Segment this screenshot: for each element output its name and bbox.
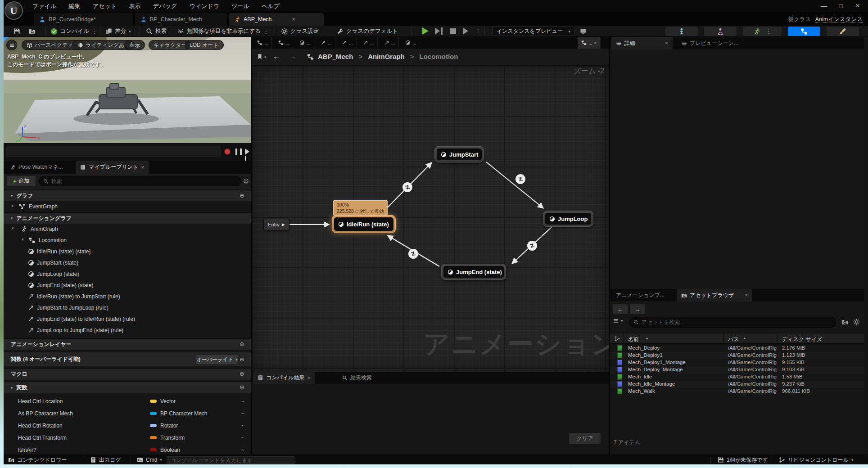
asset-search-input[interactable] xyxy=(642,319,832,325)
graph-doc-tab-4[interactable]: ... xyxy=(317,37,335,49)
console-command-field[interactable] xyxy=(167,456,295,464)
entry-output-pin-icon[interactable]: ▶ xyxy=(282,222,285,227)
graph-doc-tab-8[interactable]: ... xyxy=(402,37,420,49)
tree-item-state-jumploop[interactable]: JumpLoop (state) xyxy=(4,269,251,280)
menu-asset[interactable]: アセット xyxy=(87,0,122,13)
state-machine-graph-canvas[interactable]: ズーム -2 アニメーション Entry ▶ 100% 225.528 に対して… xyxy=(252,66,609,372)
tab-bp-character-mech[interactable]: BP_Character_Mech xyxy=(135,13,227,26)
persona-blueprint-button-active[interactable] xyxy=(788,27,820,36)
add-variable-icon[interactable]: ⊕ xyxy=(240,384,244,391)
hide-unrelated-options-icon[interactable]: ⋮ xyxy=(263,28,269,35)
variable-row-asbpcharactermech[interactable]: As BP Character Mech BP Character Mech ~ xyxy=(4,407,251,419)
output-log-button[interactable]: 出力ログ xyxy=(90,455,121,465)
graph-doc-tab-2[interactable]: ... xyxy=(275,37,293,49)
nav-forward-icon[interactable]: → xyxy=(289,52,297,61)
variable-row-headctrlrotation[interactable]: Head Ctrl Rotation Rotator ~ xyxy=(4,419,251,432)
add-function-icon[interactable]: ⊕ xyxy=(240,356,244,363)
persona-mesh-button[interactable] xyxy=(704,27,737,36)
tab-my-blueprint[interactable]: マイブループリント × xyxy=(76,161,149,174)
graph-doc-tab-5[interactable]: ... xyxy=(338,37,357,49)
breadcrumb-abp-mech[interactable]: ABP_Mech xyxy=(318,53,353,60)
state-node-jumpend[interactable]: JumpEnd (state) xyxy=(441,264,506,280)
variable-row-headctrllocation[interactable]: Head Ctrl Location Vector ~ xyxy=(4,395,251,407)
tab-abp-mech[interactable]: ABP_Mech × xyxy=(229,13,324,26)
tab-compile-results[interactable]: コンパイル結果 × xyxy=(253,372,315,384)
viewport-show-button[interactable]: 表示 xyxy=(124,40,145,50)
viewport-menu-button[interactable] xyxy=(6,40,17,50)
expand-arrow-icon[interactable]: ▸ xyxy=(12,203,14,208)
tree-item-state-jumpstart[interactable]: JumpStart (state) xyxy=(4,257,251,269)
entry-node[interactable]: Entry ▶ xyxy=(263,219,289,230)
filter-button[interactable]: ▾ xyxy=(613,318,623,324)
graph-doc-tab-active-locomotion[interactable]: ... × xyxy=(578,37,601,49)
menu-window[interactable]: ウィンドウ xyxy=(184,0,225,13)
nav-back-icon[interactable]: ← xyxy=(273,52,280,61)
asset-row[interactable]: Mech_Walk /All/Game/ControlRig 966.011 K… xyxy=(610,388,864,395)
section-functions[interactable]: 関数 (4 オーバーライド可能) オーバーライド ▾ ⊕ xyxy=(4,352,251,366)
tab-asset-browser[interactable]: アセットブラウザ × xyxy=(677,289,752,302)
asset-type-column-icon[interactable] xyxy=(615,336,620,342)
preview-instance-dropdown[interactable]: インスタンスをプレビュー ▾ xyxy=(493,27,574,36)
bookmark-dropdown-icon[interactable]: ▾ xyxy=(264,55,267,59)
menu-file[interactable]: ファイル xyxy=(27,0,62,13)
tab-bp-curvedbridge[interactable]: BP_CurvedBridge* xyxy=(34,13,134,26)
browser-settings-gear-icon[interactable] xyxy=(853,319,860,325)
compile-button[interactable]: コンパイル ⋮ xyxy=(50,27,97,35)
column-name[interactable]: 名前 xyxy=(628,336,639,343)
browser-forward-button[interactable]: → xyxy=(630,304,645,314)
animation-options-icon[interactable]: ⋮ xyxy=(766,28,771,35)
add-button[interactable]: + 追加 xyxy=(7,176,36,186)
tab-animation-preview[interactable]: アニメーションプ... xyxy=(611,289,669,302)
graph-doc-tab-1[interactable]: ... xyxy=(253,37,272,49)
tree-item-locomotion[interactable]: ▾ Locomotion xyxy=(4,235,251,246)
class-settings-button[interactable]: クラス設定 xyxy=(281,27,319,35)
frame-skip-button[interactable] xyxy=(463,27,468,35)
asset-row[interactable]: Mech_Deploy1 /All/Game/ControlRig 1.123 … xyxy=(610,352,864,359)
debug-object-icon[interactable] xyxy=(580,28,587,35)
section-animation-graphs[interactable]: ▾ アニメーショングラフ xyxy=(4,212,251,224)
tree-item-state-jumpend[interactable]: JumpEnd (state) (state) xyxy=(4,280,251,291)
tree-item-animgraph[interactable]: ▾ AnimGraph xyxy=(4,224,251,235)
settings-gear-icon[interactable] xyxy=(243,178,249,184)
section-animation-layers[interactable]: アニメーションレイヤー ⊕ xyxy=(4,338,251,350)
menu-help[interactable]: ヘルプ xyxy=(256,0,285,13)
graph-doc-tab-6[interactable]: ... xyxy=(359,37,378,49)
graph-doc-tab-3[interactable]: ... xyxy=(296,37,314,49)
persona-skeleton-button[interactable] xyxy=(665,27,698,36)
state-node-jumploop[interactable]: JumpLoop xyxy=(543,211,593,227)
revision-control-button[interactable]: リビジョンコントロール ▾ xyxy=(779,455,853,465)
tree-item-rule-jumploop-to-jumpend[interactable]: JumpLoop to JumpEnd (state) (rule) xyxy=(4,325,251,336)
override-dropdown[interactable]: オーバーライド ▾ xyxy=(196,355,238,364)
tree-item-state-idlerun[interactable]: Idle/Run (state) (state) xyxy=(4,246,251,257)
tab-preview-scene[interactable]: プレビューシーン... xyxy=(677,37,743,50)
add-layer-icon[interactable]: ⊕ xyxy=(240,341,244,347)
asset-row[interactable]: Mech_Idle /All/Game/ControlRig 1.58 MiB xyxy=(610,374,864,381)
tab-find-results[interactable]: 結果検索 xyxy=(338,372,376,384)
section-macros[interactable]: マクロ ⊕ xyxy=(4,368,251,380)
asset-row[interactable]: Mech_Deploy1_Montage /All/Game/ControlRi… xyxy=(610,359,864,366)
section-variables[interactable]: ▾ 変数 ⊕ xyxy=(4,382,251,393)
section-graphs[interactable]: ▾ グラフ ⊕ xyxy=(4,190,251,201)
variable-row-isinair[interactable]: IsInAir? Boolean ~ xyxy=(4,444,251,454)
variable-watch-icon[interactable]: ~ xyxy=(241,423,244,429)
clear-button[interactable]: クリア xyxy=(569,433,601,444)
menu-view[interactable]: 表示 xyxy=(123,0,146,13)
play-options-icon[interactable]: ⋮ xyxy=(475,28,481,34)
maximize-button[interactable]: □ xyxy=(833,2,849,9)
myblueprint-search[interactable] xyxy=(39,176,241,186)
close-tab-icon[interactable]: × xyxy=(665,40,668,46)
cmd-dropdown[interactable]: Cmd ▾ xyxy=(137,455,162,465)
variable-watch-icon[interactable]: ~ xyxy=(241,398,244,405)
asset-row[interactable]: Mech_Deploy /All/Game/ControlRig 2.176 M… xyxy=(610,345,864,352)
persona-animation-button[interactable]: ⋮ xyxy=(743,27,782,36)
state-node-jumpstart[interactable]: JumpStart xyxy=(434,146,484,162)
compile-options-icon[interactable]: ⋮ xyxy=(92,28,97,35)
parent-class-link[interactable]: Animインスタンス xyxy=(815,16,863,23)
find-button[interactable]: 検索 xyxy=(146,27,167,35)
tree-item-eventgraph[interactable]: ▸ EventGraph xyxy=(4,201,251,212)
add-macro-icon[interactable]: ⊕ xyxy=(240,370,244,377)
close-tab-icon[interactable]: × xyxy=(141,164,144,171)
bookmark-icon[interactable] xyxy=(257,54,263,60)
minimize-button[interactable]: — xyxy=(816,2,832,9)
close-tab-icon[interactable]: × xyxy=(745,292,748,298)
